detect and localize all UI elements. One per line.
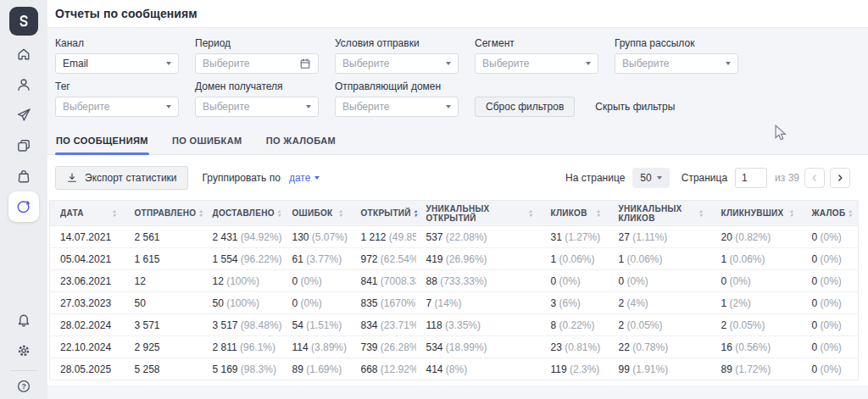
sidebar-divider (10, 370, 37, 371)
chevron-down-icon (306, 105, 311, 108)
chevron-down-icon (726, 62, 731, 65)
filter-field-tag: Тег Выберите (55, 80, 179, 117)
channel-select[interactable]: Email (55, 53, 179, 74)
calendar-icon (299, 58, 311, 69)
total-pages-label: из 39 (775, 172, 799, 184)
chevron-down-icon (314, 176, 320, 180)
sidebar-item-reports[interactable] (8, 191, 39, 222)
col-header-errors[interactable]: ОШИБОК▴▾ (282, 201, 351, 226)
table-row: 27.03.20235050 (100%)0 (0%)835 (1670%)7 … (50, 292, 859, 314)
sidebar-item-campaigns[interactable] (15, 107, 32, 124)
sort-icon: ▴▾ (278, 209, 281, 218)
sort-icon: ▴▾ (199, 209, 202, 218)
sidebar-item-notifications[interactable] (15, 312, 32, 329)
export-statistics-button[interactable]: Экспорт статистики (55, 166, 188, 190)
chevron-down-icon (446, 62, 451, 65)
sidebar-item-home[interactable] (15, 46, 32, 63)
app-logo[interactable] (9, 7, 38, 36)
table-row: 28.05.20255 2585 169 (98.3%)89 (1.69%)66… (50, 358, 859, 380)
table-row: 22.10.20242 9252 811 (96.1%)114 (3.89%)7… (50, 336, 859, 358)
filter-field-period: Период Выберите (195, 37, 319, 74)
table-toolbar: Экспорт статистики Группировать по дате … (47, 166, 868, 190)
per-page-label: На странице (565, 172, 625, 184)
sort-icon: ▴▾ (699, 209, 702, 218)
sidebar-item-shop[interactable] (15, 168, 32, 185)
tab-by-complaints[interactable]: ПО ЖАЛОБАМ (265, 129, 337, 154)
stats-table: ДАТА▴▾ ОТПРАВЛЕНО▴▾ ДОСТАВЛЕНО▴▾ ОШИБОК▴… (49, 200, 859, 380)
table-row: 05.04.20211 6151 554 (96.22%)61 (3.77%)9… (50, 248, 859, 270)
sidebar: ? (0, 0, 47, 399)
sort-icon: ▴▾ (339, 209, 342, 218)
download-icon (66, 172, 78, 184)
pie-chart-icon (15, 198, 32, 215)
group-by-label: Группировать по (203, 172, 281, 184)
logo-icon (15, 13, 32, 30)
user-icon (15, 76, 32, 93)
prev-page-button[interactable] (804, 168, 825, 188)
sort-icon: ▴▾ (849, 209, 851, 218)
col-header-clickers[interactable]: КЛИКНУВШИХ▴▾ (711, 201, 802, 226)
chevron-right-icon (835, 173, 845, 183)
table-row: 14.07.20212 5612 431 (94.92%)130 (5.07%)… (50, 226, 859, 248)
sidebar-item-settings[interactable] (15, 342, 32, 359)
page-title: Отчеты по сообщениям (55, 7, 198, 20)
col-header-unique-opens[interactable]: УНИКАЛЬНЫХ ОТКРЫТИЙ▴▾ (416, 201, 541, 226)
home-icon (15, 46, 32, 63)
table-row: 23.06.20211212 (100%)0 (0%)841 (7008.33%… (50, 270, 859, 292)
sidebar-item-pages[interactable] (15, 137, 32, 154)
table-section: Экспорт статистики Группировать по дате … (47, 155, 868, 385)
table-body: 14.07.20212 5612 431 (94.92%)130 (5.07%)… (50, 226, 859, 380)
col-header-clicks[interactable]: КЛИКОВ▴▾ (541, 201, 609, 226)
reset-filters-button[interactable]: Сброс фильтров (475, 97, 575, 117)
chevron-down-icon (166, 105, 171, 108)
per-page-select[interactable]: 50 (632, 168, 669, 188)
next-page-button[interactable] (830, 168, 850, 188)
bell-icon (15, 312, 32, 329)
filter-field-mailing-group: Группа рассылок Выберите (615, 37, 738, 74)
col-header-opens[interactable]: ОТКРЫТИЙ▴▾ (351, 201, 416, 226)
sort-icon-active: ▴▾ (415, 209, 417, 218)
filters-panel: Канал Email Период Выберите (47, 28, 868, 117)
tag-select[interactable]: Выберите (55, 97, 179, 117)
filter-label: Отправляющий домен (335, 80, 459, 92)
bag-icon (15, 168, 32, 185)
chevron-down-icon (446, 105, 451, 108)
col-header-unique-clicks[interactable]: УНИКАЛЬНЫХ КЛИКОВ▴▾ (609, 201, 711, 226)
page-label: Страница (682, 172, 727, 184)
mailing-group-select[interactable]: Выберите (615, 53, 738, 74)
filter-field-channel: Канал Email (55, 37, 179, 74)
page-number-input[interactable] (735, 168, 767, 188)
filter-field-send-conditions: Условия отправки Выберите (335, 37, 459, 74)
sending-domain-select[interactable]: Выберите (335, 97, 459, 117)
filter-label: Сегмент (475, 37, 598, 49)
segment-select[interactable]: Выберите (475, 53, 598, 74)
tab-by-errors[interactable]: ПО ОШИБКАМ (171, 129, 243, 154)
sort-icon: ▴▾ (113, 209, 115, 218)
filter-label: Условия отправки (335, 37, 459, 49)
chevron-left-icon (810, 173, 820, 183)
sort-icon: ▴▾ (597, 209, 599, 218)
page-header: Отчеты по сообщениям (47, 0, 868, 28)
report-tabs: ПО СООБЩЕНИЯМ ПО ОШИБКАМ ПО ЖАЛОБАМ (47, 129, 868, 155)
send-conditions-select[interactable]: Выберите (335, 53, 459, 74)
send-icon (15, 107, 32, 124)
tab-by-messages[interactable]: ПО СООБЩЕНИЯМ (55, 129, 149, 154)
period-date-input[interactable]: Выберите (195, 53, 319, 74)
col-header-sent[interactable]: ОТПРАВЛЕНО▴▾ (125, 201, 203, 226)
filter-field-segment: Сегмент Выберите (475, 37, 598, 74)
col-header-complaints[interactable]: ЖАЛОБ▴▾ (802, 201, 859, 226)
sidebar-item-contacts[interactable] (15, 76, 32, 93)
sidebar-item-help[interactable]: ? (15, 378, 32, 395)
col-header-date[interactable]: ДАТА▴▾ (50, 201, 125, 226)
sort-icon: ▴▾ (529, 209, 531, 218)
recipient-domain-select[interactable]: Выберите (195, 97, 319, 117)
filter-field-sending-domain: Отправляющий домен Выберите (335, 80, 459, 117)
col-header-delivered[interactable]: ДОСТАВЛЕНО▴▾ (203, 201, 282, 226)
chevron-down-icon (586, 62, 591, 65)
svg-text:?: ? (21, 382, 25, 391)
chevron-down-icon (166, 62, 171, 65)
hide-filters-link[interactable]: Скрыть фильтры (595, 101, 675, 113)
filter-label: Домен получателя (195, 80, 319, 92)
sort-icon: ▴▾ (790, 209, 793, 218)
group-by-dropdown[interactable]: дате (289, 172, 320, 184)
